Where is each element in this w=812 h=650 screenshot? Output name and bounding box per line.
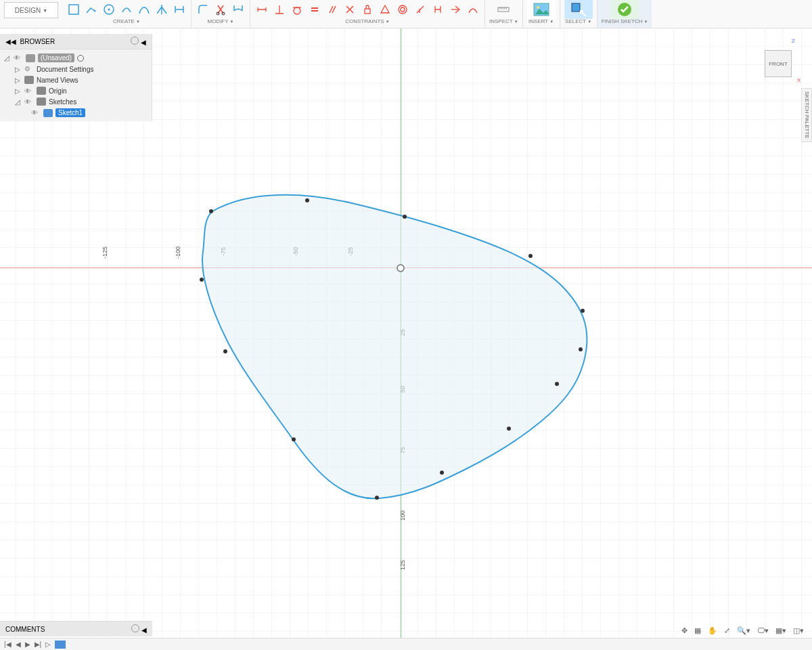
svg-point-19: [581, 309, 585, 313]
svg-point-23: [440, 471, 444, 475]
viewcube-face[interactable]: FRONT: [765, 50, 792, 77]
svg-point-21: [555, 382, 559, 386]
axis-x-label: X: [797, 77, 800, 83]
zoom-icon[interactable]: ⤢: [723, 625, 731, 636]
finish-sketch-button[interactable]: [610, 0, 639, 19]
sketch-palette-tab[interactable]: SKETCH PALETTE: [801, 88, 812, 142]
modify-group: MODIFY▼: [191, 0, 250, 28]
equal-constraint-icon[interactable]: [307, 2, 322, 17]
svg-point-6: [294, 7, 300, 14]
browser-header[interactable]: ◀◀ BROWSER ◀: [0, 34, 152, 49]
perpendicular-constraint-icon[interactable]: [342, 2, 357, 17]
svg-point-18: [528, 254, 533, 258]
tree-root[interactable]: ◿👁 (Unsaved): [0, 52, 152, 64]
browser-panel: ◀◀ BROWSER ◀ ◿👁 (Unsaved) ▷ ⚙Document Se…: [0, 34, 152, 121]
svg-rect-10: [498, 7, 509, 12]
trim-tool-icon[interactable]: [213, 2, 228, 17]
svg-point-16: [305, 198, 309, 202]
comments-bar[interactable]: COMMENTS ◀: [0, 621, 152, 636]
tree-named-views[interactable]: ▷ Named Views: [0, 74, 152, 85]
polyline-tool-icon[interactable]: [84, 2, 99, 17]
symmetry-constraint-icon[interactable]: [430, 2, 445, 17]
circle-tool-icon[interactable]: [102, 2, 116, 17]
view-cube[interactable]: Z FRONT X: [759, 41, 800, 84]
arc-tool-icon[interactable]: [119, 2, 134, 17]
insert-image-button[interactable]: [527, 0, 556, 19]
select-button[interactable]: [564, 0, 593, 19]
timeline-bar: |◀ ◀ ▶ ▶| ▷: [0, 638, 812, 650]
spline-tool-icon[interactable]: [137, 2, 152, 17]
view-nav-bar: ✥ ▦ ✋ ⤢ 🔍▾ 🖵▾ ▦▾ ◫▾: [680, 625, 805, 636]
orbit-icon[interactable]: ✥: [680, 625, 689, 636]
svg-point-25: [292, 437, 296, 441]
svg-rect-7: [365, 9, 370, 14]
line-tool-icon[interactable]: [66, 2, 81, 17]
svg-rect-0: [69, 5, 78, 14]
tree-doc-settings[interactable]: ▷ ⚙Document Settings: [0, 64, 152, 74]
fillet-tool-icon[interactable]: [196, 2, 210, 17]
timeline-back-icon[interactable]: ◀: [16, 641, 21, 648]
viewport-icon[interactable]: ◫▾: [792, 625, 805, 636]
design-menu[interactable]: DESIGN▼: [4, 2, 58, 18]
grid-display-icon[interactable]: ▦▾: [774, 625, 788, 636]
create-group: CREATE▼: [62, 0, 191, 28]
svg-point-27: [200, 278, 204, 282]
insert-group: INSERT▼: [523, 0, 560, 28]
zoom-window-icon[interactable]: 🔍▾: [736, 625, 752, 636]
tangent-constraint-icon[interactable]: [290, 2, 304, 17]
measure-tool-icon[interactable]: [496, 2, 511, 17]
display-icon[interactable]: 🖵▾: [756, 625, 770, 636]
look-icon[interactable]: ▦: [693, 625, 702, 636]
svg-point-3: [108, 9, 110, 11]
svg-point-22: [507, 427, 511, 431]
parallel-constraint-icon[interactable]: [325, 2, 340, 17]
origin-marker[interactable]: [397, 264, 405, 272]
dimension-tool-icon[interactable]: [172, 2, 187, 17]
offset-tool-icon[interactable]: [231, 2, 246, 17]
vertical-constraint-icon[interactable]: [272, 2, 287, 17]
coincident-constraint-icon[interactable]: [378, 2, 392, 17]
timeline-sketch-chip[interactable]: [55, 641, 66, 649]
mirror-tool-icon[interactable]: [154, 2, 169, 17]
finish-group: FINISH SKETCH▼: [597, 0, 652, 28]
svg-point-17: [403, 215, 407, 219]
svg-point-12: [537, 6, 539, 9]
fix-constraint-icon[interactable]: [360, 2, 375, 17]
horizontal-constraint-icon[interactable]: [254, 2, 269, 17]
svg-point-20: [579, 347, 583, 351]
select-group: SELECT▼: [560, 0, 597, 28]
inspect-group: INSPECT▼: [485, 0, 523, 28]
tree-sketch1[interactable]: 👁 Sketch1: [0, 107, 152, 118]
tree-sketches[interactable]: ◿👁 Sketches: [0, 96, 152, 107]
axis-z-label: Z: [792, 38, 795, 44]
timeline-end-icon[interactable]: ▶|: [35, 641, 42, 648]
svg-point-15: [209, 209, 213, 213]
constraints-group: CONSTRAINTS▼: [250, 0, 485, 28]
svg-point-24: [375, 496, 379, 500]
pan-icon[interactable]: ✋: [706, 625, 719, 636]
timeline-start-icon[interactable]: |◀: [4, 641, 12, 648]
svg-rect-13: [572, 3, 580, 12]
timeline-fwd-icon[interactable]: ▶: [25, 641, 30, 648]
svg-point-26: [223, 349, 227, 353]
toolbar: DESIGN▼ CREATE▼ MODIFY▼: [0, 0, 812, 28]
svg-point-9: [401, 7, 405, 12]
svg-point-8: [399, 5, 407, 14]
canvas-area[interactable]: -125 -100 -75 -50 -25 25 50 75 100 125: [0, 28, 812, 650]
tree-origin[interactable]: ▷👁 Origin: [0, 85, 152, 96]
concentric-constraint-icon[interactable]: [395, 2, 410, 17]
curvature-constraint-icon[interactable]: [466, 2, 480, 17]
svg-point-1: [94, 10, 96, 12]
midpoint-constraint-icon[interactable]: [448, 2, 463, 17]
collinear-constraint-icon[interactable]: [413, 2, 428, 17]
timeline-play-icon[interactable]: ▷: [45, 641, 51, 648]
